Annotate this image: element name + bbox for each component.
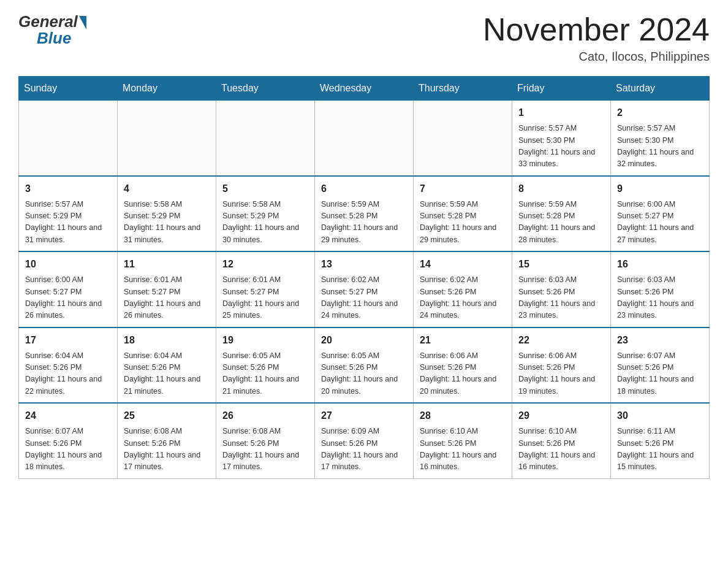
weekday-header-saturday: Saturday (611, 77, 710, 101)
day-info: Sunrise: 5:58 AM Sunset: 5:29 PM Dayligh… (124, 199, 210, 247)
calendar-cell: 11Sunrise: 6:01 AM Sunset: 5:27 PM Dayli… (118, 251, 216, 327)
calendar-cell (216, 101, 315, 176)
weekday-header-tuesday: Tuesday (216, 77, 315, 101)
weekday-header-wednesday: Wednesday (315, 77, 414, 101)
day-number: 11 (124, 257, 210, 272)
calendar-cell: 15Sunrise: 6:03 AM Sunset: 5:26 PM Dayli… (512, 251, 611, 327)
day-info: Sunrise: 6:02 AM Sunset: 5:26 PM Dayligh… (420, 274, 506, 322)
day-info: Sunrise: 6:01 AM Sunset: 5:27 PM Dayligh… (124, 274, 210, 322)
month-title: November 2024 (483, 12, 710, 47)
day-number: 19 (222, 333, 308, 348)
day-number: 3 (25, 182, 111, 196)
day-info: Sunrise: 6:09 AM Sunset: 5:26 PM Dayligh… (321, 426, 407, 473)
weekday-header-sunday: Sunday (19, 77, 118, 101)
day-info: Sunrise: 5:57 AM Sunset: 5:29 PM Dayligh… (25, 199, 111, 247)
title-section: November 2024 Cato, Ilocos, Philippines (483, 12, 710, 64)
calendar-cell: 26Sunrise: 6:08 AM Sunset: 5:26 PM Dayli… (216, 403, 315, 478)
day-number: 9 (617, 182, 703, 196)
day-number: 20 (321, 333, 407, 348)
calendar-week-3: 10Sunrise: 6:00 AM Sunset: 5:27 PM Dayli… (19, 251, 710, 327)
calendar-cell: 6Sunrise: 5:59 AM Sunset: 5:28 PM Daylig… (315, 176, 414, 252)
day-info: Sunrise: 6:03 AM Sunset: 5:26 PM Dayligh… (518, 274, 604, 322)
weekday-header-friday: Friday (512, 77, 611, 101)
day-info: Sunrise: 6:06 AM Sunset: 5:26 PM Dayligh… (518, 350, 604, 398)
calendar-cell: 8Sunrise: 5:59 AM Sunset: 5:28 PM Daylig… (512, 176, 611, 252)
day-info: Sunrise: 6:10 AM Sunset: 5:26 PM Dayligh… (420, 426, 506, 473)
day-number: 1 (518, 105, 604, 120)
day-number: 28 (420, 408, 506, 423)
calendar-cell: 12Sunrise: 6:01 AM Sunset: 5:27 PM Dayli… (216, 251, 315, 327)
calendar-cell: 2Sunrise: 5:57 AM Sunset: 5:30 PM Daylig… (611, 101, 710, 176)
calendar-cell: 13Sunrise: 6:02 AM Sunset: 5:27 PM Dayli… (315, 251, 414, 327)
calendar-cell: 23Sunrise: 6:07 AM Sunset: 5:26 PM Dayli… (611, 327, 710, 404)
calendar-table: SundayMondayTuesdayWednesdayThursdayFrid… (18, 76, 710, 479)
calendar-cell: 4Sunrise: 5:58 AM Sunset: 5:29 PM Daylig… (118, 176, 216, 252)
location-text: Cato, Ilocos, Philippines (483, 50, 710, 64)
calendar-cell: 28Sunrise: 6:10 AM Sunset: 5:26 PM Dayli… (414, 403, 512, 478)
day-number: 15 (518, 257, 604, 272)
day-number: 4 (124, 182, 210, 196)
day-number: 14 (420, 257, 506, 272)
day-info: Sunrise: 6:00 AM Sunset: 5:27 PM Dayligh… (25, 274, 111, 322)
calendar-cell: 17Sunrise: 6:04 AM Sunset: 5:26 PM Dayli… (19, 327, 118, 404)
calendar-cell (19, 101, 118, 176)
calendar-week-4: 17Sunrise: 6:04 AM Sunset: 5:26 PM Dayli… (19, 327, 710, 404)
day-number: 12 (222, 257, 308, 272)
calendar-week-1: 1Sunrise: 5:57 AM Sunset: 5:30 PM Daylig… (19, 101, 710, 176)
day-info: Sunrise: 6:06 AM Sunset: 5:26 PM Dayligh… (420, 350, 506, 398)
day-number: 24 (25, 408, 111, 423)
day-info: Sunrise: 6:11 AM Sunset: 5:26 PM Dayligh… (617, 426, 703, 473)
day-number: 17 (25, 333, 111, 348)
calendar-cell: 18Sunrise: 6:04 AM Sunset: 5:26 PM Dayli… (118, 327, 216, 404)
day-number: 21 (420, 333, 506, 348)
day-number: 29 (518, 408, 604, 423)
day-number: 13 (321, 257, 407, 272)
calendar-cell: 29Sunrise: 6:10 AM Sunset: 5:26 PM Dayli… (512, 403, 611, 478)
logo-blue-text: Blue (37, 29, 71, 48)
calendar-cell (315, 101, 414, 176)
day-info: Sunrise: 5:59 AM Sunset: 5:28 PM Dayligh… (420, 199, 506, 247)
day-number: 16 (617, 257, 703, 272)
day-info: Sunrise: 6:03 AM Sunset: 5:26 PM Dayligh… (617, 274, 703, 322)
weekday-header-monday: Monday (118, 77, 216, 101)
calendar-cell: 20Sunrise: 6:05 AM Sunset: 5:26 PM Dayli… (315, 327, 414, 404)
day-number: 22 (518, 333, 604, 348)
day-info: Sunrise: 5:59 AM Sunset: 5:28 PM Dayligh… (518, 199, 604, 247)
logo: General Blue (18, 12, 86, 48)
calendar-cell: 30Sunrise: 6:11 AM Sunset: 5:26 PM Dayli… (611, 403, 710, 478)
day-number: 5 (222, 182, 308, 196)
logo-triangle-icon (79, 16, 86, 29)
calendar-cell: 1Sunrise: 5:57 AM Sunset: 5:30 PM Daylig… (512, 101, 611, 176)
day-number: 23 (617, 333, 703, 348)
day-info: Sunrise: 6:02 AM Sunset: 5:27 PM Dayligh… (321, 274, 407, 322)
page-header: General Blue November 2024 Cato, Ilocos,… (18, 12, 710, 64)
day-number: 2 (617, 105, 703, 120)
day-number: 30 (617, 408, 703, 423)
day-info: Sunrise: 6:08 AM Sunset: 5:26 PM Dayligh… (222, 426, 308, 473)
day-info: Sunrise: 5:58 AM Sunset: 5:29 PM Dayligh… (222, 199, 308, 247)
day-number: 10 (25, 257, 111, 272)
day-number: 8 (518, 182, 604, 196)
weekday-header-row: SundayMondayTuesdayWednesdayThursdayFrid… (19, 77, 710, 101)
day-number: 18 (124, 333, 210, 348)
weekday-header-thursday: Thursday (414, 77, 512, 101)
day-info: Sunrise: 6:00 AM Sunset: 5:27 PM Dayligh… (617, 199, 703, 247)
calendar-cell: 16Sunrise: 6:03 AM Sunset: 5:26 PM Dayli… (611, 251, 710, 327)
day-info: Sunrise: 6:10 AM Sunset: 5:26 PM Dayligh… (518, 426, 604, 473)
day-number: 25 (124, 408, 210, 423)
calendar-cell: 24Sunrise: 6:07 AM Sunset: 5:26 PM Dayli… (19, 403, 118, 478)
calendar-cell (414, 101, 512, 176)
calendar-cell: 25Sunrise: 6:08 AM Sunset: 5:26 PM Dayli… (118, 403, 216, 478)
day-info: Sunrise: 6:08 AM Sunset: 5:26 PM Dayligh… (124, 426, 210, 473)
calendar-cell: 7Sunrise: 5:59 AM Sunset: 5:28 PM Daylig… (414, 176, 512, 252)
calendar-cell: 21Sunrise: 6:06 AM Sunset: 5:26 PM Dayli… (414, 327, 512, 404)
calendar-cell (118, 101, 216, 176)
calendar-week-2: 3Sunrise: 5:57 AM Sunset: 5:29 PM Daylig… (19, 176, 710, 252)
calendar-week-5: 24Sunrise: 6:07 AM Sunset: 5:26 PM Dayli… (19, 403, 710, 478)
calendar-cell: 3Sunrise: 5:57 AM Sunset: 5:29 PM Daylig… (19, 176, 118, 252)
day-info: Sunrise: 6:04 AM Sunset: 5:26 PM Dayligh… (25, 350, 111, 398)
day-info: Sunrise: 6:01 AM Sunset: 5:27 PM Dayligh… (222, 274, 308, 322)
calendar-cell: 14Sunrise: 6:02 AM Sunset: 5:26 PM Dayli… (414, 251, 512, 327)
day-info: Sunrise: 5:57 AM Sunset: 5:30 PM Dayligh… (617, 123, 703, 170)
day-number: 6 (321, 182, 407, 196)
